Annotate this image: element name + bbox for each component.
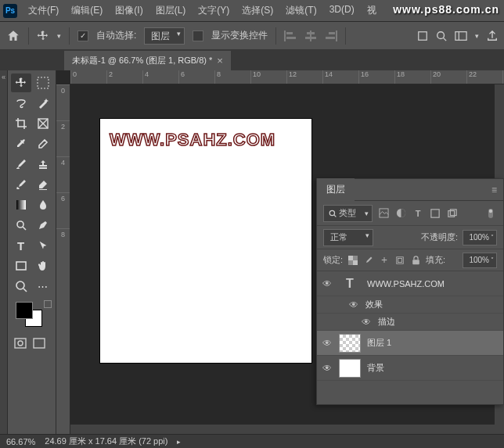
scrollbar-horizontal[interactable]	[70, 425, 504, 434]
visibility-toggle-icon[interactable]: 👁	[348, 299, 359, 310]
layer-name[interactable]: 背景	[367, 362, 384, 374]
opacity-input[interactable]: 100%˅	[463, 230, 497, 246]
filter-pixel-icon[interactable]	[377, 207, 390, 220]
fill-input[interactable]: 100%˅	[463, 253, 497, 268]
left-dock-collapse[interactable]: »	[0, 70, 8, 434]
hand-tool[interactable]	[33, 256, 53, 275]
magic-wand-tool[interactable]	[33, 94, 53, 113]
filter-type-icon[interactable]: T	[412, 207, 424, 220]
menu-3d[interactable]: 3D(D)	[325, 2, 359, 19]
move-tool[interactable]	[11, 73, 31, 92]
ruler-vertical[interactable]: 02468	[56, 84, 70, 434]
workspace-icon[interactable]	[455, 30, 467, 41]
options-bar: ▾ ✓ 自动选择: 图层 显示变换控件 ▾	[0, 22, 504, 50]
screen-mode-icon[interactable]	[33, 338, 45, 349]
edit-toolbar[interactable]: ⋯	[33, 277, 53, 296]
filter-shape-icon[interactable]	[429, 207, 441, 220]
autoselect-target-dropdown[interactable]: 图层	[144, 27, 185, 45]
menu-view[interactable]: 视	[362, 2, 381, 19]
align-left-icon[interactable]	[284, 30, 297, 41]
toolbox: T ⋯	[8, 70, 56, 434]
menu-file[interactable]: 文件(F)	[23, 2, 63, 19]
menu-image[interactable]: 图像(I)	[110, 2, 147, 19]
menu-edit[interactable]: 编辑(E)	[67, 2, 107, 19]
lasso-tool[interactable]	[11, 94, 31, 113]
layer-row[interactable]: 👁 T WWW.PSAHZ.COM	[317, 271, 503, 296]
align-right-icon[interactable]	[325, 30, 337, 41]
lock-all-icon[interactable]	[410, 255, 421, 266]
pen-tool[interactable]	[33, 216, 53, 235]
eraser-tool[interactable]	[33, 175, 53, 194]
type-tool[interactable]: T	[11, 236, 31, 255]
show-transform-checkbox[interactable]	[193, 30, 203, 41]
path-selection-tool[interactable]	[33, 236, 53, 255]
chevron-down-icon[interactable]: ▾	[475, 32, 479, 40]
blend-mode-dropdown[interactable]: 正常	[323, 229, 373, 246]
filter-adjust-icon[interactable]	[394, 207, 407, 220]
layer-thumbnail[interactable]	[339, 359, 361, 378]
ruler-tick: 20	[430, 70, 466, 84]
share-icon[interactable]	[487, 30, 498, 41]
healing-brush-tool[interactable]	[33, 134, 53, 153]
visibility-toggle-icon[interactable]: 👁	[322, 363, 333, 374]
layer-name[interactable]: 图层 1	[367, 337, 391, 349]
lock-transparency-icon[interactable]	[347, 255, 358, 266]
autoselect-checkbox[interactable]: ✓	[77, 30, 88, 41]
menu-layer[interactable]: 图层(L)	[151, 2, 191, 19]
layer-effects-row[interactable]: 👁 效果	[317, 296, 503, 314]
gradient-tool[interactable]	[11, 195, 31, 214]
panel-menu-icon[interactable]: ≡	[485, 181, 503, 199]
layers-panel: 图层 ≡ 类型 T 正常 不透明度: 100%˅ 锁定: 填充: 100%˅ 👁…	[316, 178, 504, 405]
svg-rect-5	[305, 37, 316, 39]
chevron-down-icon[interactable]: ▾	[57, 32, 61, 40]
filter-toggle-icon[interactable]	[484, 207, 497, 220]
menu-type[interactable]: 文字(Y)	[193, 2, 234, 19]
layers-tab[interactable]: 图层	[317, 178, 355, 201]
ruler-tick: 2	[56, 120, 70, 156]
zoom-level[interactable]: 66.67%	[6, 437, 35, 446]
canvas-text-layer[interactable]: WWW.PSAHZ.COM	[110, 130, 275, 150]
blur-tool[interactable]	[33, 195, 53, 214]
quick-mask-icon[interactable]	[14, 338, 27, 349]
rectangle-tool[interactable]	[11, 256, 31, 275]
ruler-horizontal[interactable]: 024681012141618202224	[70, 70, 504, 84]
menu-filter[interactable]: 滤镜(T)	[281, 2, 321, 19]
brush-tool[interactable]	[11, 155, 31, 174]
swap-colors-icon[interactable]	[44, 300, 52, 308]
document-tab[interactable]: 未标题-1 @ 66.7% (图层 1, RGB/8) * ×	[64, 51, 231, 70]
visibility-toggle-icon[interactable]: 👁	[361, 317, 372, 328]
filter-smart-icon[interactable]	[446, 207, 459, 220]
eyedropper-tool[interactable]	[11, 134, 31, 153]
clone-stamp-tool[interactable]	[33, 155, 53, 174]
menu-select[interactable]: 选择(S)	[237, 2, 278, 19]
color-swatches[interactable]	[9, 300, 54, 332]
visibility-toggle-icon[interactable]: 👁	[322, 338, 333, 349]
lock-image-icon[interactable]	[363, 255, 374, 266]
layer-thumbnail[interactable]	[339, 334, 361, 353]
home-icon[interactable]	[6, 29, 20, 43]
svg-rect-7	[329, 32, 335, 34]
document-info[interactable]: 24.69 厘米 x 17.64 厘米 (72 ppi)	[45, 435, 167, 447]
zoom-tool[interactable]	[11, 277, 31, 296]
layer-name[interactable]: WWW.PSAHZ.COM	[367, 279, 445, 289]
3d-mode-icon[interactable]	[417, 30, 428, 41]
dodge-tool[interactable]	[11, 216, 31, 235]
visibility-toggle-icon[interactable]: 👁	[322, 278, 333, 289]
align-center-h-icon[interactable]	[304, 30, 317, 41]
crop-tool[interactable]	[11, 114, 31, 133]
layer-row[interactable]: 👁 图层 1	[317, 331, 503, 356]
lock-artboard-icon[interactable]	[394, 255, 405, 266]
history-brush-tool[interactable]	[11, 175, 31, 194]
lock-position-icon[interactable]	[379, 255, 390, 266]
layer-row[interactable]: 👁 背景	[317, 356, 503, 381]
foreground-color-swatch[interactable]	[16, 302, 33, 319]
artboard[interactable]: WWW.PSAHZ.COM	[100, 119, 311, 363]
layer-filter-kind-dropdown[interactable]: 类型	[323, 205, 373, 222]
chevron-right-icon[interactable]: ▸	[177, 438, 181, 446]
close-tab-icon[interactable]: ×	[217, 55, 223, 66]
frame-tool[interactable]	[33, 114, 53, 133]
search-icon[interactable]	[436, 30, 447, 41]
layer-effect-stroke-row[interactable]: 👁 描边	[317, 314, 503, 331]
marquee-tool[interactable]	[33, 73, 53, 92]
show-transform-label: 显示变换控件	[211, 29, 268, 42]
